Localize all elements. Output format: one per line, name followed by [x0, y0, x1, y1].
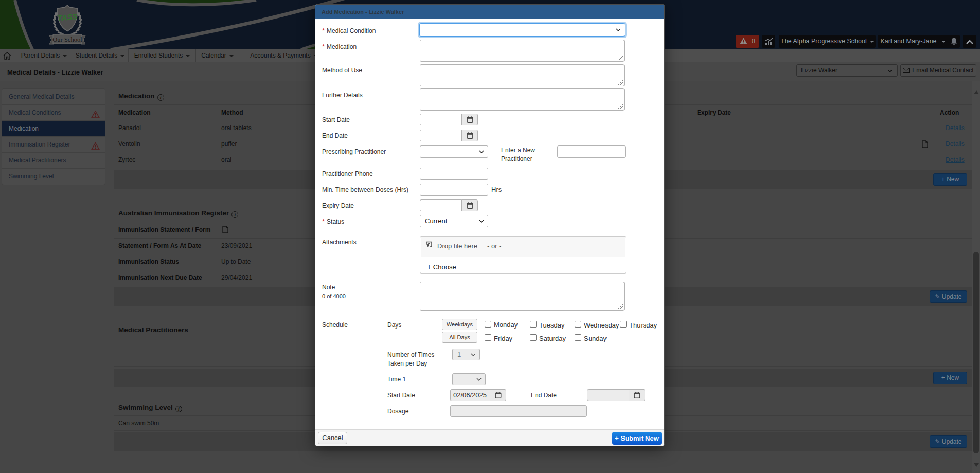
svg-text:Our School: Our School: [52, 36, 82, 43]
